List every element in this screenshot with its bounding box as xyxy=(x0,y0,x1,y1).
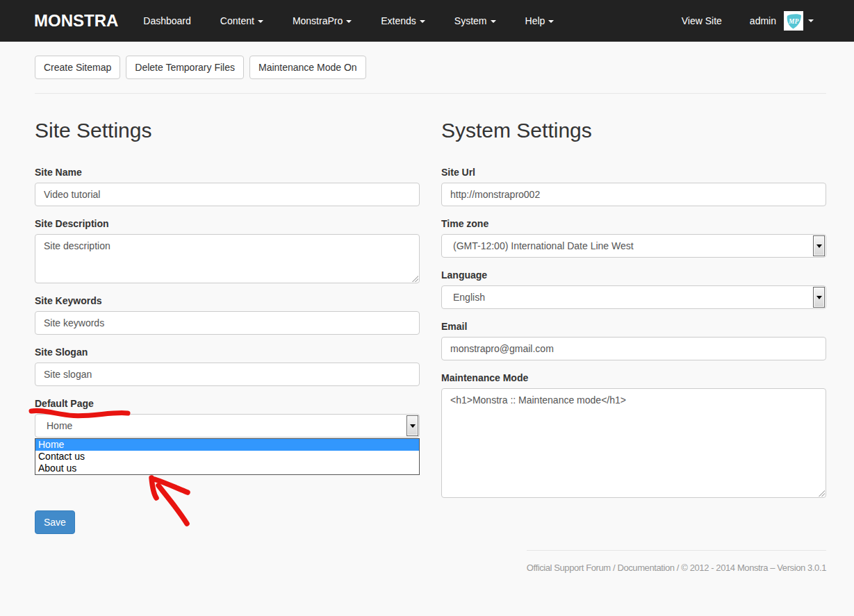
navbar-right: View Site admin MP xyxy=(682,11,814,31)
maintenance-mode-label: Maintenance Mode xyxy=(441,371,826,385)
select-arrow-button[interactable] xyxy=(407,415,418,436)
language-select[interactable]: English xyxy=(441,285,826,309)
default-page-select-wrapper: Home Home Contact us About us xyxy=(35,414,420,438)
timezone-group: Time zone (GMT-12:00) International Date… xyxy=(441,217,826,258)
site-description-label: Site Description xyxy=(35,217,420,231)
chevron-down-icon xyxy=(258,20,263,23)
email-group: Email xyxy=(441,319,826,360)
site-keywords-label: Site Keywords xyxy=(35,294,420,308)
nav-item-label: Content xyxy=(220,15,254,26)
settings-content: Site Settings Site Name Site Description… xyxy=(0,94,854,534)
chevron-down-icon xyxy=(346,20,352,23)
site-description-group: Site Description Site description xyxy=(35,217,420,283)
maintenance-mode-on-button[interactable]: Maintenance Mode On xyxy=(249,56,366,79)
footer-separator: / xyxy=(675,563,682,573)
language-group: Language English xyxy=(441,268,826,309)
chevron-down-icon xyxy=(491,20,496,23)
default-page-group: Default Page Home Home Contact us About … xyxy=(35,397,420,438)
maintenance-mode-textarea[interactable]: <h1>Monstra :: Maintenance mode</h1> xyxy=(441,388,826,498)
site-slogan-label: Site Slogan xyxy=(35,345,420,359)
site-url-label: Site Url xyxy=(441,165,826,179)
language-label: Language xyxy=(441,268,826,282)
footer-text: Official Support Forum / Documentation /… xyxy=(527,550,826,573)
textarea-wrapper: <h1>Monstra :: Maintenance mode</h1> xyxy=(441,388,826,498)
nav-item-label: System xyxy=(454,15,487,26)
nav-item-extends[interactable]: Extends xyxy=(366,0,440,42)
footer-copyright: © 2012 - 2014 Monstra – Version 3.0.1 xyxy=(681,563,826,573)
site-name-label: Site Name xyxy=(35,165,420,179)
nav-item-label: Dashboard xyxy=(143,15,191,26)
main-nav: Dashboard Content MonstraPro Extends Sys… xyxy=(129,0,568,42)
delete-temporary-files-button[interactable]: Delete Temporary Files xyxy=(126,56,244,79)
toolbar: Create Sitemap Delete Temporary Files Ma… xyxy=(35,56,854,79)
navbar: MONSTRA Dashboard Content MonstraPro Ext… xyxy=(0,0,854,42)
user-menu-caret-icon[interactable] xyxy=(808,19,814,22)
language-selected-value: English xyxy=(453,290,485,304)
site-keywords-input[interactable] xyxy=(35,311,420,335)
site-url-group: Site Url xyxy=(441,165,826,206)
nav-item-label: Extends xyxy=(381,15,416,26)
site-name-input[interactable] xyxy=(35,183,420,206)
system-settings-column: System Settings Site Url Time zone (GMT-… xyxy=(441,94,826,534)
dropdown-option-about-us[interactable]: About us xyxy=(35,463,419,474)
support-forum-link[interactable]: Official Support Forum xyxy=(527,563,611,573)
nav-item-monstrapro[interactable]: MonstraPro xyxy=(278,0,366,42)
select-arrow-button[interactable] xyxy=(813,287,825,308)
save-button[interactable]: Save xyxy=(35,510,75,534)
documentation-link[interactable]: Documentation xyxy=(617,563,674,573)
timezone-label: Time zone xyxy=(441,217,826,231)
default-page-dropdown: Home Contact us About us xyxy=(35,438,420,475)
default-page-label: Default Page xyxy=(35,397,420,410)
site-url-input[interactable] xyxy=(441,183,826,206)
system-settings-title: System Settings xyxy=(441,119,826,142)
footer-separator: / xyxy=(611,563,618,573)
nav-item-content[interactable]: Content xyxy=(206,0,278,42)
nav-item-dashboard[interactable]: Dashboard xyxy=(129,0,206,42)
user-avatar[interactable]: MP xyxy=(784,11,803,31)
view-site-link[interactable]: View Site xyxy=(682,15,722,26)
maintenance-mode-group: Maintenance Mode <h1>Monstra :: Maintena… xyxy=(441,371,826,498)
default-page-selected-value: Home xyxy=(47,419,72,433)
brand-logo[interactable]: MONSTRA xyxy=(34,0,118,42)
site-name-group: Site Name xyxy=(35,165,420,206)
site-keywords-group: Site Keywords xyxy=(35,294,420,335)
chevron-down-icon xyxy=(548,20,554,23)
nav-item-help[interactable]: Help xyxy=(511,0,569,42)
user-menu-label[interactable]: admin xyxy=(750,15,776,26)
chevron-down-icon xyxy=(420,20,425,23)
site-slogan-input[interactable] xyxy=(35,363,420,386)
site-settings-column: Site Settings Site Name Site Description… xyxy=(35,94,420,534)
email-input[interactable] xyxy=(441,337,826,360)
svg-text:MP: MP xyxy=(788,18,798,25)
nav-item-label: MonstraPro xyxy=(293,15,343,26)
default-page-select[interactable]: Home xyxy=(35,414,420,438)
nav-item-label: Help xyxy=(525,15,545,26)
nav-item-system[interactable]: System xyxy=(440,0,511,42)
timezone-select[interactable]: (GMT-12:00) International Date Line West xyxy=(441,234,826,258)
dropdown-option-home[interactable]: Home xyxy=(35,439,419,451)
textarea-wrapper: Site description xyxy=(35,234,420,283)
select-arrow-button[interactable] xyxy=(813,235,825,256)
dropdown-option-contact-us[interactable]: Contact us xyxy=(35,451,419,463)
email-label: Email xyxy=(441,319,826,333)
site-settings-title: Site Settings xyxy=(35,119,420,142)
footer: Official Support Forum / Documentation /… xyxy=(35,550,826,574)
site-description-textarea[interactable]: Site description xyxy=(35,234,420,283)
timezone-selected-value: (GMT-12:00) International Date Line West xyxy=(453,239,634,253)
create-sitemap-button[interactable]: Create Sitemap xyxy=(35,56,120,79)
site-slogan-group: Site Slogan xyxy=(35,345,420,386)
